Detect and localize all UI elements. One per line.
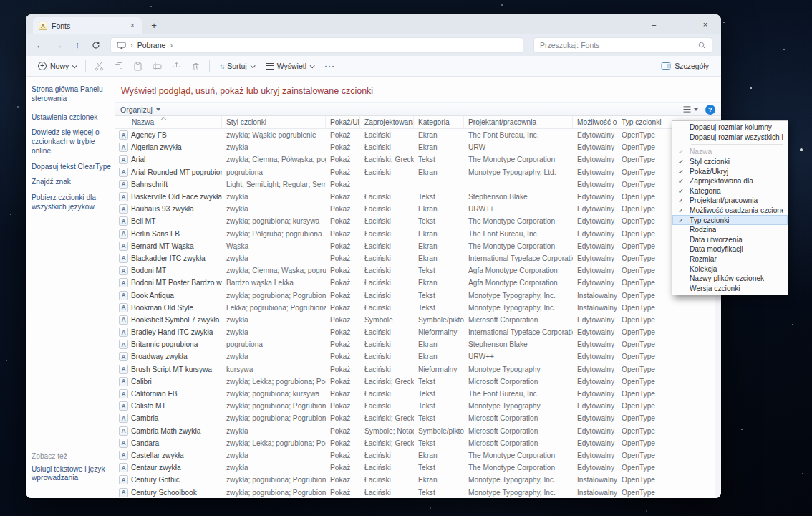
delete-button[interactable] (187, 57, 205, 75)
menu-item-label: Dopasuj rozmiar wszystkich kolumn (690, 133, 783, 141)
menu-item[interactable]: Dopasuj rozmiar kolumny (672, 123, 788, 133)
copy-button[interactable] (110, 57, 127, 75)
view-button[interactable]: Wyświetl (261, 57, 319, 75)
table-row[interactable]: AArial Rounded MT pogrubionapogrubionaPo… (115, 166, 721, 178)
menu-item[interactable]: Nazwy plików czcionek (672, 274, 788, 284)
menu-item[interactable]: Kolekcja (672, 264, 788, 274)
refresh-button[interactable] (87, 37, 105, 53)
table-row[interactable]: ACalibrizwykła; Lekka; pogrubiona; Pogru… (115, 376, 721, 388)
menu-item[interactable]: Data modyfikacji (672, 244, 788, 254)
table-row[interactable]: ACastellar zwykłazwykłaPokażŁacińskiEkra… (115, 449, 721, 462)
menu-item[interactable]: Rozmiar (672, 254, 788, 264)
sidebar-item-control-panel-home[interactable]: Strona główna Panelu sterowania (32, 85, 112, 104)
menu-item[interactable]: ✓Styl czcionki (672, 157, 788, 167)
table-row[interactable]: ABauhaus 93 zwykłazwykłaPokażŁacińskiEkr… (115, 203, 721, 215)
cell-show: Pokaż (326, 328, 360, 336)
new-button[interactable]: + Nowy (33, 57, 81, 75)
table-row[interactable]: ACalifornian FBzwykła; pogrubiona; kursy… (115, 388, 721, 400)
cell-type: OpenType (617, 489, 721, 497)
table-row[interactable]: ABookman Old StyleLekka; pogrubiona; Pog… (115, 302, 721, 314)
table-row[interactable]: ABookshelf Symbol 7 zwykłazwykłaPokażSym… (115, 314, 721, 326)
paste-button[interactable] (129, 57, 147, 75)
organize-button[interactable]: Organizuj (120, 105, 160, 114)
table-row[interactable]: ABrush Script MT kursywakursywaPokażŁaci… (115, 363, 721, 376)
table-row[interactable]: ABradley Hand ITC zwykłazwykłaPokażŁaciń… (115, 326, 721, 338)
menu-item[interactable]: ✓Projektant/pracownia (672, 196, 788, 206)
cell-name: ABroadway zwykła (115, 352, 222, 361)
table-row[interactable]: ABerlin Sans FBzwykła; Półgruba; pogrubi… (115, 228, 721, 240)
rename-button[interactable] (148, 57, 166, 75)
menu-item[interactable]: ✓Zaprojektowana dla (672, 176, 788, 186)
column-header-style[interactable]: Styl czcionki (222, 116, 326, 128)
cell-show: Pokaż (326, 464, 360, 472)
menu-item[interactable]: ✓Możliwość osadzania czcionek (672, 206, 788, 216)
tab-fonts[interactable]: A Fonts × (33, 17, 142, 34)
table-row[interactable]: ACambriazwykła; pogrubiona; Pogrubiona k… (115, 412, 721, 424)
table-row[interactable]: ABook Antiquazwykła; pogrubiona; Pogrubi… (115, 289, 721, 301)
sort-button[interactable]: ↑↓ Sortuj (214, 57, 258, 75)
menu-item[interactable]: Rodzina (672, 225, 788, 235)
table-row[interactable]: ABernard MT WąskaWąskaPokażŁacińskiEkran… (115, 240, 721, 252)
address-bar[interactable]: › Pobrane › (110, 37, 523, 53)
table-row[interactable]: ACandarazwykła; Lekka; pogrubiona; Pogru… (115, 437, 721, 449)
sidebar-item-download-fonts[interactable]: Pobierz czcionki dla wszystkich języków (32, 194, 112, 212)
menu-item[interactable]: Dopasuj rozmiar wszystkich kolumn (672, 133, 788, 143)
column-header-category[interactable]: Kategoria (414, 116, 464, 128)
table-row[interactable]: ACambria Math zwykłazwykłaPokażSymbole; … (115, 425, 721, 437)
menu-item[interactable]: Data utworzenia (672, 235, 788, 245)
sidebar-item-cleartype[interactable]: Dopasuj tekst ClearType (32, 163, 112, 172)
table-row[interactable]: ABroadway zwykłazwykłaPokażŁacińskiEkran… (115, 350, 721, 363)
details-pane-button[interactable]: Szczegóły (656, 57, 714, 75)
sidebar-item-fonts-online[interactable]: Dowiedz się więcej o czcionkach w trybie… (32, 128, 112, 156)
table-row[interactable]: ABodoni MTzwykła; Ciemna; Wąska; pogrubi… (115, 264, 721, 277)
menu-item[interactable]: ✓Typ czcionki (672, 215, 788, 225)
menu-item[interactable]: Wersja czcionki (672, 284, 788, 294)
forward-button[interactable]: → (50, 37, 67, 53)
menu-item[interactable]: ✓Pokaż/Ukryj (672, 166, 788, 176)
sidebar-item-find-character[interactable]: Znajdź znak (32, 178, 112, 187)
table-row[interactable]: ABodoni MT Poster Bardzo wąska Le...Bard… (115, 277, 721, 289)
table-row[interactable]: ABell MTzwykła; pogrubiona; kursywaPokaż… (115, 215, 721, 227)
table-row[interactable]: ACentury Schoolbookzwykła; pogrubiona; P… (115, 486, 721, 498)
table-row[interactable]: ABaskerville Old Face zwykłazwykłaPokażŁ… (115, 191, 721, 203)
sidebar-item-font-settings[interactable]: Ustawienia czcionek (32, 113, 112, 123)
cell-designer: The Monotype Corporation (464, 464, 573, 472)
table-row[interactable]: ACentaur zwykłazwykłaPokażŁacińskiTekstT… (115, 462, 721, 474)
column-header-embeddability[interactable]: Możliwość osadza... (573, 116, 617, 128)
cell-show: Pokaż (326, 366, 360, 373)
breadcrumb-chevron-icon[interactable]: › (170, 41, 173, 49)
table-row[interactable]: ABahnschriftLight; SemiLight; Regular; S… (115, 178, 721, 191)
sidebar-item-text-services[interactable]: Usługi tekstowe i język wprowadzania (32, 465, 112, 484)
new-tab-button[interactable]: + (146, 19, 162, 33)
help-button[interactable]: ? (705, 105, 715, 115)
table-row[interactable]: AArialzwykła; Ciemna; Półwąska; pogrubio… (115, 153, 721, 166)
menu-item[interactable]: ✓Kategoria (672, 186, 788, 196)
close-button[interactable]: × (692, 16, 718, 33)
table-row[interactable]: ABritannic pogrubionapogrubionaPokażŁaci… (115, 338, 721, 350)
table-row[interactable]: ABlackadder ITC zwykłazwykłaPokażŁacińsk… (115, 252, 721, 264)
column-header-name[interactable]: Nazwa (115, 116, 222, 128)
search-input[interactable]: Przeszukaj: Fonts (533, 37, 712, 53)
table-row[interactable]: AAlgerian zwykłazwykłaPokażŁacińskiEkran… (115, 141, 721, 153)
view-selector-button[interactable] (683, 106, 698, 113)
column-header-show-hide[interactable]: Pokaż/Ukryj (326, 116, 360, 128)
cut-button[interactable] (90, 57, 108, 75)
minimize-button[interactable]: – (641, 16, 667, 33)
column-header-designed-for[interactable]: Zaprojektowana dla (360, 116, 414, 128)
paste-icon (133, 62, 142, 71)
share-button[interactable] (168, 57, 185, 75)
back-button[interactable]: ← (32, 37, 49, 53)
maximize-button[interactable] (667, 16, 692, 33)
table-row[interactable]: ACalisto MTzwykła; pogrubiona; Pogrubion… (115, 400, 721, 412)
up-button[interactable]: ↑ (69, 37, 86, 53)
column-header-designer[interactable]: Projektant/pracownia (464, 116, 573, 128)
cell-embed: Edytowalny (573, 390, 617, 398)
table-row[interactable]: AAgency FBzwykła; Wąskie pogrubieniePoka… (115, 129, 721, 141)
font-file-icon: A (119, 216, 128, 226)
more-options-button[interactable]: ··· (320, 57, 339, 75)
cell-designed: Łaciński (360, 230, 414, 238)
tab-close-icon[interactable]: × (127, 21, 137, 31)
cell-show: Pokaż (326, 390, 360, 398)
table-row[interactable]: ACentury Gothiczwykła; pogrubiona; Pogru… (115, 474, 721, 486)
breadcrumb-folder[interactable]: Pobrane (137, 41, 166, 49)
